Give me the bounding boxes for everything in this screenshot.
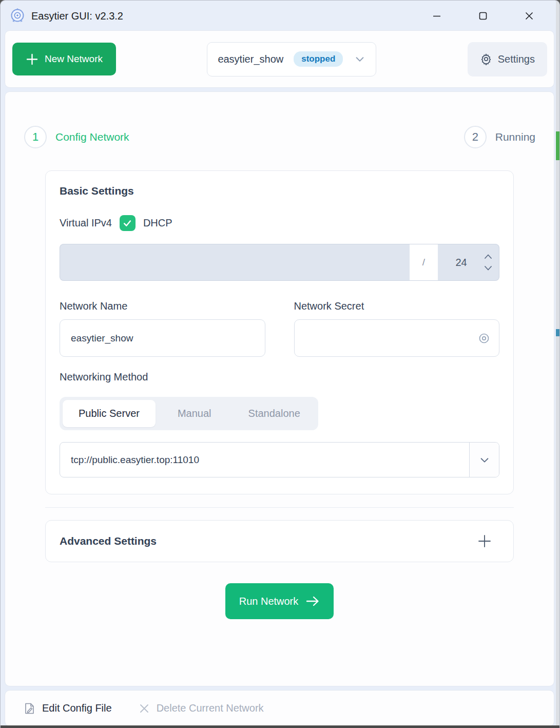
run-row: Run Network [5, 583, 554, 619]
app-window: Easytier GUI: v2.3.2 New Network easytie… [0, 0, 560, 728]
network-secret-input[interactable] [294, 319, 500, 357]
sliver-blue-fragment [556, 329, 559, 336]
step-number: 1 [24, 126, 47, 148]
virtual-ipv4-row: Virtual IPv4 DHCP [60, 215, 499, 231]
screen-bottom-edge [1, 725, 559, 728]
window-controls [414, 1, 552, 31]
expand-plus-icon[interactable] [477, 534, 492, 548]
virtual-ipv4-label: Virtual IPv4 [60, 217, 112, 229]
app-logo-icon [9, 7, 26, 25]
network-secret-wrap [294, 319, 500, 357]
close-button[interactable] [506, 5, 552, 27]
dhcp-checkbox[interactable] [120, 215, 136, 231]
delete-current-network-button[interactable]: Delete Current Network [139, 702, 264, 714]
run-network-button[interactable]: Run Network [225, 583, 334, 619]
tab-public-server[interactable]: Public Server [63, 400, 156, 427]
next-page-edge-sliver [556, 1, 559, 728]
selected-network-name: easytier_show [218, 53, 283, 65]
name-secret-labels: Network Name Network Secret [60, 300, 499, 312]
basic-settings-card: Basic Settings Virtual IPv4 DHCP / 24 [45, 170, 514, 494]
settings-label: Settings [498, 53, 535, 65]
title-bar: Easytier GUI: v2.3.2 [1, 1, 559, 31]
step-label: Running [495, 131, 535, 143]
network-status-badge: stopped [294, 51, 343, 67]
edit-config-file-button[interactable]: Edit Config File [24, 702, 112, 715]
delete-current-network-label: Delete Current Network [157, 702, 264, 714]
advanced-settings-title: Advanced Settings [60, 535, 157, 547]
spinner-buttons [485, 254, 499, 271]
spinner-up-icon[interactable] [485, 254, 492, 259]
dhcp-label: DHCP [143, 217, 172, 229]
gear-icon [480, 53, 492, 65]
run-network-label: Run Network [239, 596, 299, 607]
minimize-button[interactable] [414, 5, 460, 27]
step-label: Config Network [55, 131, 129, 143]
window-title: Easytier GUI: v2.3.2 [31, 10, 123, 22]
stepper: 1 Config Network 2 Running [5, 92, 554, 148]
prefix-length-value: 24 [438, 257, 485, 269]
plus-icon [26, 53, 38, 66]
name-secret-inputs [60, 319, 499, 357]
virtual-ipv4-input-group: / 24 [60, 244, 499, 281]
networking-method-label: Networking Method [60, 371, 499, 383]
basic-settings-title: Basic Settings [60, 185, 499, 197]
network-selector-dropdown[interactable]: easytier_show stopped [207, 42, 376, 76]
step-config-network: 1 Config Network [24, 126, 129, 148]
public-server-url: tcp://public.easytier.top:11010 [60, 443, 469, 477]
toolbar: New Network easytier_show stopped Settin… [5, 30, 554, 88]
network-name-label: Network Name [60, 300, 265, 312]
sliver-green-fragment [556, 131, 559, 160]
chevron-down-icon [354, 53, 365, 65]
ip-prefix-separator: / [410, 244, 438, 281]
network-name-input[interactable] [60, 319, 265, 357]
public-server-dropdown[interactable]: tcp://public.easytier.top:11010 [60, 442, 499, 477]
edit-file-icon [24, 702, 35, 715]
dropdown-chevron-button[interactable] [469, 443, 499, 477]
networking-method-tabs: Public Server Manual Standalone [60, 397, 318, 430]
maximize-button[interactable] [460, 5, 506, 27]
section-divider [45, 507, 514, 508]
tab-standalone[interactable]: Standalone [234, 400, 315, 427]
tab-manual[interactable]: Manual [163, 400, 226, 427]
advanced-settings-card[interactable]: Advanced Settings [45, 520, 514, 562]
step-number: 2 [464, 126, 487, 148]
step-running: 2 Running [464, 126, 535, 148]
eye-icon[interactable] [478, 332, 490, 344]
network-secret-label: Network Secret [294, 300, 500, 312]
spinner-down-icon[interactable] [485, 266, 492, 271]
virtual-ipv4-input[interactable] [60, 244, 410, 281]
delete-x-icon [139, 703, 150, 714]
footer-bar: Edit Config File Delete Current Network [5, 690, 554, 726]
new-network-label: New Network [45, 53, 103, 65]
arrow-right-icon [305, 595, 320, 607]
edit-config-file-label: Edit Config File [42, 702, 112, 714]
settings-button[interactable]: Settings [468, 42, 547, 76]
prefix-length-stepper[interactable]: 24 [438, 244, 499, 281]
new-network-button[interactable]: New Network [12, 43, 116, 75]
config-page: 1 Config Network 2 Running Basic Setting… [5, 91, 554, 686]
